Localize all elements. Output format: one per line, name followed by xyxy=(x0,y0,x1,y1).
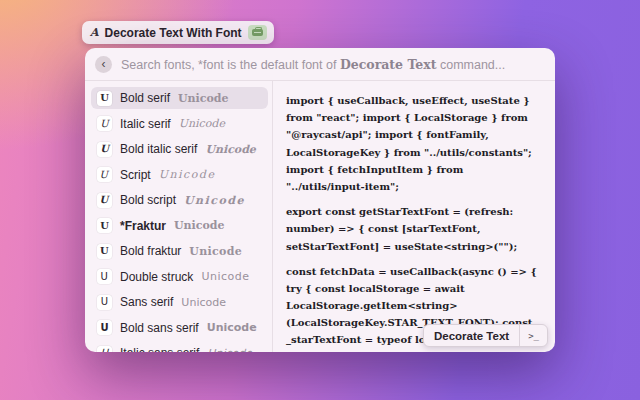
font-list-item[interactable]: UBold scriptUnicode xyxy=(91,189,268,211)
code-paragraph: export const getStarTextFont = (refresh:… xyxy=(286,203,542,255)
font-style-icon: U xyxy=(97,320,112,335)
font-item-label: Bold italic serif xyxy=(120,142,197,156)
font-style-icon: U xyxy=(97,295,112,310)
terminal-key-icon: >_ xyxy=(519,325,547,346)
font-style-icon: U xyxy=(97,269,112,284)
font-item-accessory: Unicode xyxy=(207,321,257,334)
font-item-accessory: Unicode xyxy=(178,92,229,105)
search-placeholder-command: Decorate Text xyxy=(340,57,437,72)
desktop-background: A Decorate Text With Font ‹ Search fonts… xyxy=(0,0,640,400)
font-list-item[interactable]: UBold sans serifUnicode xyxy=(91,317,268,339)
search-placeholder-prefix: Search fonts, *font is the default font … xyxy=(121,58,340,72)
font-item-label: *Fraktur xyxy=(120,219,166,233)
font-list-item[interactable]: USans serifUnicode xyxy=(91,291,268,313)
font-item-label: Bold serif xyxy=(120,91,170,105)
font-item-label: Script xyxy=(120,168,151,182)
font-item-accessory: Unicode xyxy=(207,347,252,353)
raycast-window: ‹ Search fonts, *font is the default fon… xyxy=(85,48,555,352)
font-list-item[interactable]: UItalic sans serifUnicode xyxy=(91,342,268,352)
decorate-text-button-label: Decorate Text xyxy=(424,330,519,342)
search-bar: ‹ Search fonts, *font is the default fon… xyxy=(85,48,555,81)
font-extension-icon: A xyxy=(90,27,99,38)
font-list-item[interactable]: UBold frakturUnicode xyxy=(91,240,268,262)
green-status-badge-icon xyxy=(248,25,267,40)
font-item-label: Italic sans serif xyxy=(120,346,199,352)
font-item-accessory: Unicode xyxy=(205,143,256,156)
window-content: UBold serifUnicodeUItalic serifUnicodeUB… xyxy=(85,81,555,352)
font-item-label: Bold sans serif xyxy=(120,321,199,335)
font-style-icon: U xyxy=(97,346,112,353)
font-item-accessory: Unicode xyxy=(189,245,242,258)
font-style-icon: U xyxy=(97,218,112,233)
font-list-item[interactable]: UScriptUnicode xyxy=(91,164,268,186)
font-item-label: Bold script xyxy=(120,193,176,207)
code-paragraph: import { useCallback, useEffect, useStat… xyxy=(286,92,542,195)
search-input[interactable]: Search fonts, *font is the default font … xyxy=(121,57,505,72)
font-item-accessory: Unicode xyxy=(174,219,225,232)
font-style-icon: U xyxy=(97,167,112,182)
chevron-left-icon: ‹ xyxy=(102,58,106,70)
font-style-icon: U xyxy=(97,244,112,259)
font-item-accessory: Unicode xyxy=(181,296,226,309)
font-style-icon: U xyxy=(97,91,112,106)
font-item-accessory: Unicode xyxy=(179,117,225,130)
font-list: UBold serifUnicodeUItalic serifUnicodeUB… xyxy=(85,81,272,352)
search-placeholder-suffix: command... xyxy=(436,58,505,72)
decorate-text-button[interactable]: Decorate Text >_ xyxy=(423,324,548,347)
font-item-accessory: Unicode xyxy=(201,270,249,283)
font-item-label: Sans serif xyxy=(120,295,173,309)
font-style-icon: U xyxy=(97,116,112,131)
font-item-label: Italic serif xyxy=(120,117,171,131)
font-list-item[interactable]: UItalic serifUnicode xyxy=(91,113,268,135)
code-preview-panel: import { useCallback, useEffect, useStat… xyxy=(273,81,555,352)
command-pill[interactable]: A Decorate Text With Font xyxy=(82,21,274,44)
font-style-icon: U xyxy=(97,142,112,157)
command-pill-title: Decorate Text With Font xyxy=(105,26,242,40)
font-item-accessory: Unicode xyxy=(159,168,216,181)
font-style-icon: U xyxy=(97,193,112,208)
font-list-item[interactable]: UBold serifUnicode xyxy=(91,87,268,109)
font-item-accessory: Unicode xyxy=(184,194,245,207)
font-item-label: Bold fraktur xyxy=(120,244,181,258)
font-list-item[interactable]: U*FrakturUnicode xyxy=(91,215,268,237)
font-list-item[interactable]: UBold italic serifUnicode xyxy=(91,138,268,160)
font-list-item[interactable]: UDouble struckUnicode xyxy=(91,266,268,288)
font-item-label: Double struck xyxy=(120,270,193,284)
back-button[interactable]: ‹ xyxy=(95,56,112,73)
